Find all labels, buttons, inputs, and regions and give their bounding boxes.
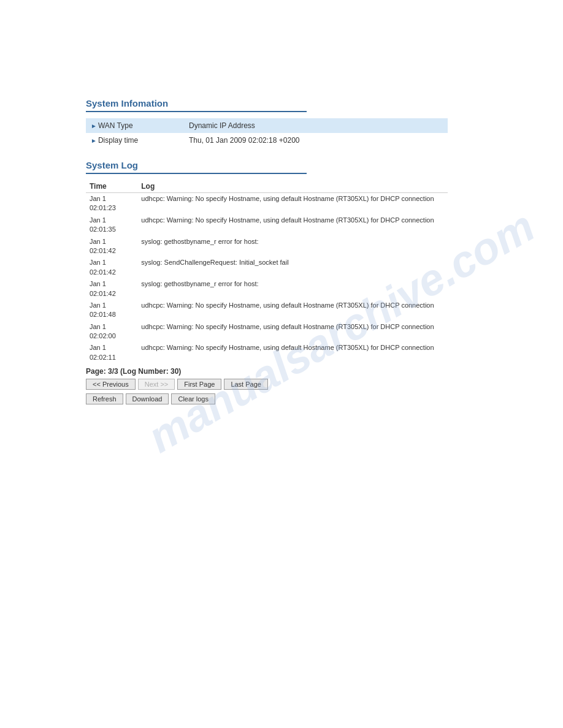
log-row: Jan 102:01:42 syslog: gethostbyname_r er… bbox=[86, 278, 448, 300]
log-row: Jan 102:01:35 udhcpc: Warning: No specif… bbox=[86, 214, 448, 236]
log-row: Jan 102:02:11 udhcpc: Warning: No specif… bbox=[86, 342, 448, 363]
first-page-button[interactable]: First Page bbox=[177, 379, 221, 390]
log-row: Jan 102:01:42 syslog: SendChallengeReque… bbox=[86, 257, 448, 278]
log-time: Jan 102:02:11 bbox=[86, 342, 137, 363]
system-info-section: System Infomation ►WAN Type Dynamic IP A… bbox=[86, 98, 466, 148]
system-log-title: System Log bbox=[86, 160, 307, 174]
last-page-button[interactable]: Last Page bbox=[224, 379, 268, 390]
log-time: Jan 102:01:23 bbox=[86, 193, 137, 214]
log-message: udhcpc: Warning: No specify Hostname, us… bbox=[137, 342, 448, 363]
log-time: Jan 102:01:48 bbox=[86, 300, 137, 321]
log-row: Jan 102:01:48 udhcpc: Warning: No specif… bbox=[86, 300, 448, 321]
next-button[interactable]: Next >> bbox=[138, 379, 175, 390]
arrow-icon: ► bbox=[91, 137, 97, 144]
system-info-title: System Infomation bbox=[86, 98, 307, 112]
action-buttons: Refresh Download Clear logs bbox=[86, 393, 466, 404]
log-message: udhcpc: Warning: No specify Hostname, us… bbox=[137, 214, 448, 236]
log-message: udhcpc: Warning: No specify Hostname, us… bbox=[137, 193, 448, 214]
log-col-time: Time bbox=[86, 180, 137, 193]
table-row: ►Display time Thu, 01 Jan 2009 02:02:18 … bbox=[86, 133, 448, 148]
download-button[interactable]: Download bbox=[126, 393, 169, 404]
info-label: ►WAN Type bbox=[86, 118, 184, 133]
pagination-buttons: << Previous Next >> First Page Last Page bbox=[86, 379, 466, 390]
log-row: Jan 102:02:00 udhcpc: Warning: No specif… bbox=[86, 321, 448, 343]
system-log-section: System Log Time Log Jan 102:01:23 udhcpc… bbox=[86, 160, 466, 404]
log-row: Jan 102:01:42 syslog: gethostbyname_r er… bbox=[86, 236, 448, 257]
log-message: udhcpc: Warning: No specify Hostname, us… bbox=[137, 300, 448, 321]
previous-button[interactable]: << Previous bbox=[86, 379, 136, 390]
log-message: syslog: gethostbyname_r error for host: bbox=[137, 236, 448, 257]
page-info: Page: 3/3 (Log Number: 30) bbox=[86, 367, 466, 376]
refresh-button[interactable]: Refresh bbox=[86, 393, 123, 404]
log-time: Jan 102:01:42 bbox=[86, 257, 137, 278]
arrow-icon: ► bbox=[91, 123, 97, 129]
log-time: Jan 102:01:42 bbox=[86, 278, 137, 300]
clear-logs-button[interactable]: Clear logs bbox=[171, 393, 215, 404]
info-value: Dynamic IP Address bbox=[184, 118, 448, 133]
info-value: Thu, 01 Jan 2009 02:02:18 +0200 bbox=[184, 133, 448, 148]
log-message: syslog: gethostbyname_r error for host: bbox=[137, 278, 448, 300]
table-row: ►WAN Type Dynamic IP Address bbox=[86, 118, 448, 133]
log-time: Jan 102:01:35 bbox=[86, 214, 137, 236]
log-message: udhcpc: Warning: No specify Hostname, us… bbox=[137, 321, 448, 343]
log-message: syslog: SendChallengeRequest: Initial_so… bbox=[137, 257, 448, 278]
log-time: Jan 102:02:00 bbox=[86, 321, 137, 343]
log-time: Jan 102:01:42 bbox=[86, 236, 137, 257]
system-info-table: ►WAN Type Dynamic IP Address ►Display ti… bbox=[86, 118, 448, 148]
info-label: ►Display time bbox=[86, 133, 184, 148]
log-row: Jan 102:01:23 udhcpc: Warning: No specif… bbox=[86, 193, 448, 214]
log-table: Time Log Jan 102:01:23 udhcpc: Warning: … bbox=[86, 180, 448, 363]
log-col-log: Log bbox=[137, 180, 448, 193]
